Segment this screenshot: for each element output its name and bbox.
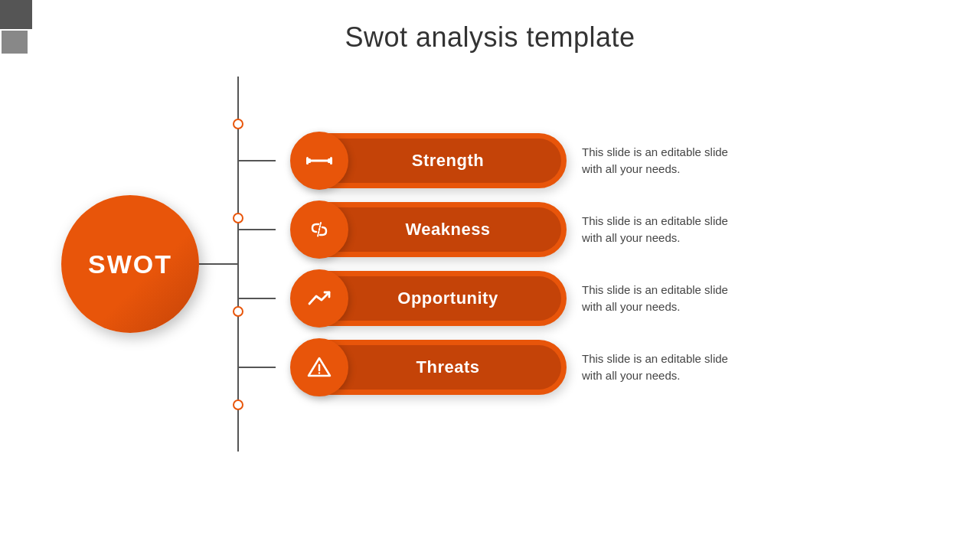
- swot-items-container: Strength This slide is an editable slide…: [239, 133, 980, 395]
- swot-row-opportunity: Opportunity This slide is an editable sl…: [239, 271, 980, 326]
- weakness-label: Weakness: [405, 220, 490, 240]
- timeline-dot-4: [233, 399, 243, 410]
- pill-threats: Threats: [291, 340, 567, 395]
- vertical-line: [237, 77, 239, 452]
- main-container: SWOT: [0, 77, 980, 452]
- horizontal-line: [199, 263, 237, 265]
- h-connector-threats: [239, 367, 276, 368]
- pill-strength: Strength: [291, 133, 567, 188]
- weakness-description: This slide is an editable slide with all…: [582, 213, 728, 247]
- icon-circle-opportunity: [290, 269, 348, 328]
- timeline-container: [237, 77, 239, 452]
- strength-icon: [305, 146, 334, 175]
- pill-inner-threats: Threats: [335, 345, 561, 390]
- pill-inner-weakness: Weakness: [335, 207, 561, 252]
- corner-decoration-dark: [0, 0, 32, 29]
- page-title: Swot analysis template: [0, 0, 980, 54]
- icon-circle-threats: [290, 338, 348, 396]
- swot-circle: SWOT: [61, 195, 199, 333]
- opportunity-icon: [305, 284, 334, 313]
- strength-description: This slide is an editable slide with all…: [582, 144, 728, 178]
- pill-inner-strength: Strength: [335, 139, 561, 183]
- weakness-icon: [305, 215, 334, 244]
- icon-circle-strength: [290, 132, 348, 190]
- timeline-dot-3: [233, 306, 243, 317]
- h-connector-weakness: [239, 229, 276, 230]
- threats-description: This slide is an editable slide with all…: [582, 350, 728, 385]
- strength-label: Strength: [412, 151, 484, 171]
- pill-opportunity: Opportunity: [291, 271, 567, 326]
- opportunity-description: This slide is an editable slide with all…: [582, 282, 728, 316]
- h-connector-strength: [239, 160, 276, 161]
- h-connector-opportunity: [239, 298, 276, 299]
- threats-label: Threats: [416, 357, 480, 377]
- swot-row-weakness: Weakness This slide is an editable slide…: [239, 202, 980, 257]
- pill-weakness: Weakness: [291, 202, 567, 257]
- swot-row-strength: Strength This slide is an editable slide…: [239, 133, 980, 188]
- timeline-dot-1: [233, 119, 243, 129]
- timeline-dot-2: [233, 213, 243, 223]
- corner-decoration-light: [2, 31, 28, 54]
- swot-row-threats: Threats This slide is an editable slide …: [239, 340, 980, 395]
- svg-point-8: [318, 372, 320, 373]
- svg-rect-2: [306, 157, 309, 165]
- swot-label: SWOT: [88, 249, 172, 279]
- svg-rect-3: [330, 157, 332, 165]
- icon-circle-weakness: [290, 201, 348, 259]
- opportunity-label: Opportunity: [397, 289, 498, 308]
- pill-inner-opportunity: Opportunity: [335, 276, 561, 321]
- threats-icon: [305, 353, 334, 382]
